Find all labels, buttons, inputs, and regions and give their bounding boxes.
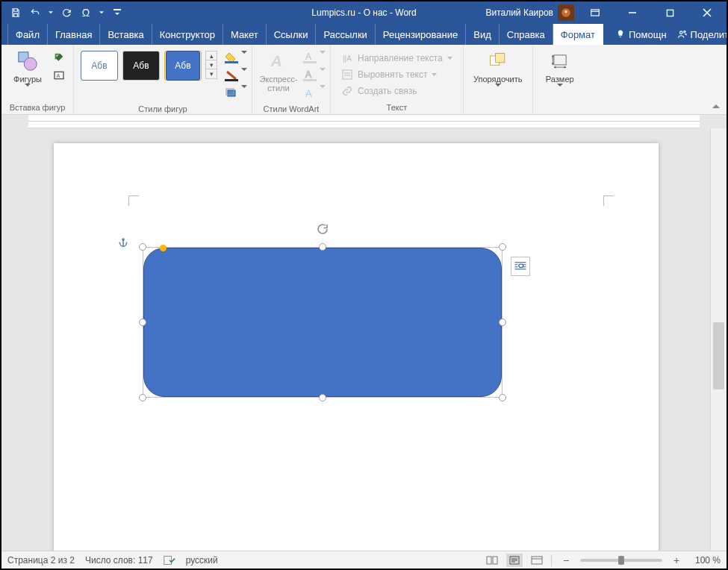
maximize-icon[interactable] bbox=[653, 1, 686, 24]
undo-icon[interactable] bbox=[28, 6, 42, 19]
chevron-down-icon[interactable] bbox=[48, 6, 54, 19]
resize-handle-bm[interactable] bbox=[319, 394, 326, 401]
shapes-button[interactable]: Фигуры bbox=[6, 46, 49, 87]
tab-home[interactable]: Главная bbox=[48, 24, 100, 45]
print-layout-icon[interactable] bbox=[506, 554, 523, 567]
chevron-down-icon bbox=[320, 51, 326, 54]
group-label-shape-styles: Стили фигур bbox=[78, 104, 247, 116]
text-direction-button: ||A Направление текста bbox=[338, 51, 455, 66]
resize-handle-br[interactable] bbox=[499, 394, 506, 401]
group-arrange: Упорядочить bbox=[464, 45, 533, 114]
read-mode-icon[interactable] bbox=[484, 554, 500, 567]
statusbar: Страница 2 из 2 Число слов: 117 русский … bbox=[1, 551, 727, 569]
group-label-arrange bbox=[468, 103, 528, 114]
group-text: ||A Направление текста Выровнять текст С… bbox=[331, 45, 464, 114]
text-box-icon[interactable]: A bbox=[51, 67, 67, 84]
user-name[interactable]: Виталий Каиров bbox=[485, 7, 553, 18]
resize-handle-tl[interactable] bbox=[139, 243, 146, 251]
adjustment-handle[interactable] bbox=[160, 245, 167, 251]
shape-style-3[interactable]: Абв bbox=[166, 51, 200, 81]
style-gallery-scroll[interactable]: ▴ ▾ ▾ bbox=[205, 51, 217, 79]
layout-options-button[interactable] bbox=[511, 257, 530, 276]
page-indicator[interactable]: Страница 2 из 2 bbox=[7, 555, 75, 566]
svg-text:A: A bbox=[270, 52, 282, 69]
ribbon-display-options-icon[interactable] bbox=[579, 1, 612, 24]
tab-format[interactable]: Формат bbox=[553, 24, 603, 45]
tab-file[interactable]: Файл bbox=[7, 24, 48, 45]
chevron-down-icon[interactable] bbox=[241, 51, 247, 54]
resize-handle-tm[interactable] bbox=[319, 243, 326, 251]
horizontal-ruler[interactable] bbox=[28, 115, 700, 128]
tab-design[interactable]: Конструктор bbox=[152, 24, 223, 45]
svg-rect-2 bbox=[591, 10, 600, 16]
chevron-down-icon[interactable] bbox=[241, 85, 247, 89]
minimize-icon[interactable] bbox=[616, 1, 649, 24]
word-count[interactable]: Число слов: 117 bbox=[85, 555, 153, 566]
user-avatar[interactable] bbox=[558, 4, 574, 21]
shape-style-2[interactable]: Абв bbox=[122, 51, 160, 81]
collapse-ribbon-icon[interactable] bbox=[710, 101, 722, 113]
size-button[interactable]: Размер bbox=[538, 46, 582, 87]
tab-insert[interactable]: Вставка bbox=[100, 24, 152, 45]
scrollbar-thumb[interactable] bbox=[713, 322, 724, 389]
zoom-in-icon[interactable]: + bbox=[668, 554, 685, 567]
resize-handle-tr[interactable] bbox=[499, 243, 506, 251]
svg-text:A: A bbox=[305, 69, 311, 80]
shape-fill-icon[interactable] bbox=[223, 49, 240, 66]
arrange-button[interactable]: Упорядочить bbox=[468, 46, 528, 87]
arrange-icon bbox=[486, 49, 510, 73]
scroll-up-icon[interactable]: ▴ bbox=[206, 51, 217, 60]
scroll-down-icon[interactable]: ▾ bbox=[206, 60, 217, 69]
tell-me-button[interactable]: Помощн bbox=[615, 29, 667, 40]
svg-text:A: A bbox=[57, 73, 60, 78]
web-layout-icon[interactable] bbox=[529, 554, 545, 567]
zoom-out-icon[interactable]: − bbox=[558, 554, 574, 567]
share-button[interactable]: Поделиться bbox=[677, 29, 728, 40]
align-text-button: Выровнять текст bbox=[338, 67, 455, 82]
shape-effects-icon[interactable] bbox=[223, 85, 240, 101]
titlebar: Ω Lumpics.ru - О нас - Word Виталий Каир… bbox=[1, 1, 727, 24]
group-size: Размер bbox=[533, 45, 587, 114]
svg-text:A: A bbox=[305, 88, 312, 99]
anchor-icon[interactable] bbox=[118, 237, 128, 248]
shape-style-1[interactable]: Абв bbox=[81, 51, 118, 81]
tab-mailings[interactable]: Рассылки bbox=[316, 24, 375, 45]
svg-text:A: A bbox=[305, 51, 311, 62]
rotate-handle-icon[interactable] bbox=[316, 222, 329, 236]
redo-icon[interactable] bbox=[60, 6, 73, 19]
svg-point-24 bbox=[122, 239, 123, 240]
chevron-down-icon bbox=[432, 73, 437, 77]
save-icon[interactable] bbox=[9, 6, 22, 19]
resize-handle-ml[interactable] bbox=[139, 319, 146, 326]
tab-help[interactable]: Справка bbox=[500, 24, 553, 45]
edit-shape-icon[interactable] bbox=[51, 49, 67, 66]
chevron-down-icon bbox=[447, 57, 452, 60]
resize-handle-bl[interactable] bbox=[139, 394, 146, 401]
tab-review[interactable]: Рецензирование bbox=[376, 24, 466, 45]
gallery-expand-icon[interactable]: ▾ bbox=[206, 69, 217, 78]
text-outline-icon: A bbox=[302, 67, 318, 84]
tab-view[interactable]: Вид bbox=[466, 24, 500, 45]
resize-handle-mr[interactable] bbox=[499, 319, 506, 326]
document-scroll[interactable] bbox=[1, 128, 710, 551]
ribbon-right: Помощн Поделиться bbox=[603, 24, 728, 45]
chevron-down-icon bbox=[25, 84, 31, 87]
symbol-omega-icon[interactable]: Ω bbox=[79, 6, 93, 19]
close-icon[interactable] bbox=[691, 1, 724, 24]
zoom-level[interactable]: 100 % bbox=[691, 555, 721, 566]
document-area bbox=[1, 115, 727, 551]
shape-selection[interactable] bbox=[143, 248, 502, 397]
spellcheck-icon[interactable] bbox=[164, 555, 175, 566]
vertical-scrollbar[interactable] bbox=[710, 128, 727, 551]
language-indicator[interactable]: русский bbox=[186, 555, 218, 566]
qat-customize-icon[interactable] bbox=[111, 6, 124, 19]
chevron-down-icon[interactable] bbox=[99, 6, 105, 19]
zoom-slider-thumb[interactable] bbox=[618, 556, 624, 565]
chevron-down-icon[interactable] bbox=[241, 68, 247, 72]
tab-references[interactable]: Ссылки bbox=[267, 24, 317, 45]
page[interactable] bbox=[54, 143, 659, 551]
shape-outline-icon[interactable] bbox=[223, 67, 240, 84]
tab-layout[interactable]: Макет bbox=[223, 24, 267, 45]
zoom-slider[interactable] bbox=[580, 559, 662, 562]
wordart-quick-styles-button[interactable]: A Экспресс- стили bbox=[257, 46, 300, 93]
